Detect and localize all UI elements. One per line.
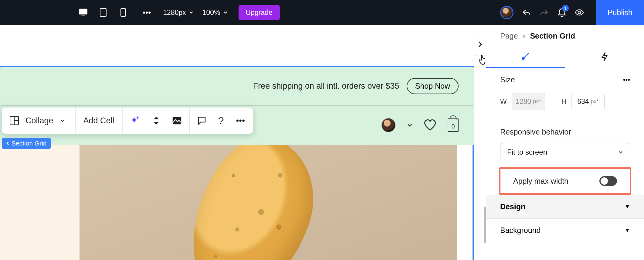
background-accordion-label: Background bbox=[500, 226, 541, 235]
responsive-section: Responsive behavior Fit to screen Apply … bbox=[486, 120, 644, 195]
lightning-icon bbox=[600, 52, 609, 62]
svg-point-4 bbox=[578, 11, 581, 14]
top-bar: ••• 1280px 100% Upgrade 1 Publish bbox=[0, 0, 644, 25]
member-avatar[interactable] bbox=[381, 118, 395, 132]
preview-button[interactable] bbox=[575, 8, 584, 17]
add-cell-button[interactable]: Add Cell bbox=[76, 108, 123, 134]
reorder-button[interactable] bbox=[152, 116, 160, 125]
layout-mode-dropdown[interactable]: Collage bbox=[2, 108, 76, 134]
chevron-down-icon bbox=[618, 150, 623, 155]
desktop-device-button[interactable] bbox=[79, 8, 87, 17]
mobile-device-button[interactable] bbox=[119, 8, 127, 17]
notification-badge: 1 bbox=[562, 5, 569, 12]
chevron-down-icon bbox=[223, 10, 228, 15]
design-accordion-label: Design bbox=[500, 202, 525, 211]
breadcrumb: Page Section Grid bbox=[486, 25, 644, 46]
svg-rect-0 bbox=[79, 9, 87, 14]
canvas[interactable]: Free shipping on all intl. orders over $… bbox=[0, 25, 486, 260]
section-breadcrumb-tag[interactable]: Section Grid bbox=[2, 138, 51, 149]
selection-toolbar: Collage Add Cell ? ••• bbox=[2, 108, 253, 134]
design-accordion[interactable]: Design ▼ bbox=[486, 195, 644, 218]
responsive-section-title: Responsive behavior bbox=[500, 128, 630, 136]
chevron-down-icon[interactable] bbox=[407, 122, 412, 128]
tab-design[interactable] bbox=[486, 46, 565, 68]
height-field: H 634 px* bbox=[561, 93, 605, 110]
size-more-button[interactable]: ••• bbox=[623, 76, 630, 84]
topbar-right: 1 Publish bbox=[500, 0, 644, 25]
inspector-tabs bbox=[486, 46, 644, 68]
width-input[interactable]: 1280 px* bbox=[512, 93, 545, 110]
viewport-width-value: 1280px bbox=[163, 9, 186, 17]
height-input[interactable]: 634 px* bbox=[571, 93, 605, 110]
upgrade-button[interactable]: Upgrade bbox=[239, 5, 280, 20]
comment-button[interactable] bbox=[198, 116, 206, 125]
wishlist-heart-icon[interactable] bbox=[424, 119, 436, 131]
cart-bag-button[interactable]: 0 bbox=[448, 118, 459, 132]
apply-max-width-row: Apply max width bbox=[499, 167, 631, 195]
background-button[interactable] bbox=[172, 117, 181, 125]
canvas-frame: Free shipping on all intl. orders over $… bbox=[0, 37, 474, 260]
triangle-down-icon: ▼ bbox=[625, 204, 630, 210]
redo-button[interactable] bbox=[540, 8, 549, 17]
promo-bar: Free shipping on all intl. orders over $… bbox=[0, 67, 474, 105]
width-unit: px* bbox=[533, 98, 541, 105]
more-devices-button[interactable]: ••• bbox=[143, 8, 151, 17]
notifications-button[interactable]: 1 bbox=[557, 8, 566, 17]
tablet-device-button[interactable] bbox=[99, 8, 107, 17]
apply-max-width-toggle[interactable] bbox=[599, 176, 617, 186]
chevron-right-icon bbox=[478, 41, 483, 48]
height-label: H bbox=[561, 98, 567, 106]
height-unit: px* bbox=[591, 98, 599, 105]
size-section: Size ••• W 1280 px* H 634 px* bbox=[486, 68, 644, 120]
chevron-left-icon bbox=[6, 141, 10, 145]
zoom-value: 100% bbox=[202, 9, 220, 17]
undo-button[interactable] bbox=[522, 8, 531, 17]
section-grid-content[interactable] bbox=[0, 145, 457, 260]
chevron-down-icon bbox=[189, 10, 193, 15]
breadcrumb-current: Section Grid bbox=[530, 32, 575, 40]
width-field: W 1280 px* bbox=[500, 93, 545, 110]
panel-collapse-handle[interactable] bbox=[474, 33, 486, 56]
grid-cell-image[interactable] bbox=[80, 145, 457, 260]
background-accordion[interactable]: Background ▼ bbox=[486, 218, 644, 242]
height-value: 634 bbox=[577, 98, 589, 106]
ai-sparkle-button[interactable] bbox=[130, 116, 140, 125]
svg-marker-9 bbox=[154, 122, 159, 125]
section-tag-label: Section Grid bbox=[12, 140, 47, 147]
publish-button[interactable]: Publish bbox=[596, 0, 644, 25]
responsive-select-value: Fit to screen bbox=[507, 148, 547, 156]
chevron-right-icon bbox=[522, 34, 526, 38]
svg-marker-11 bbox=[602, 53, 607, 61]
size-section-title: Size bbox=[500, 75, 515, 84]
pointer-cursor-icon bbox=[479, 53, 489, 68]
cart-count: 0 bbox=[451, 123, 455, 130]
zoom-dropdown[interactable]: 100% bbox=[202, 9, 228, 17]
product-image bbox=[174, 145, 332, 260]
responsive-behavior-select[interactable]: Fit to screen bbox=[500, 143, 630, 161]
help-button[interactable]: ? bbox=[218, 115, 224, 127]
inspector-panel: Page Section Grid Size ••• W 1280 px* H bbox=[486, 25, 644, 260]
breadcrumb-root[interactable]: Page bbox=[500, 32, 518, 40]
add-cell-label: Add Cell bbox=[83, 116, 114, 125]
svg-rect-2 bbox=[100, 9, 106, 16]
tab-interactions[interactable] bbox=[565, 46, 644, 68]
chevron-down-icon bbox=[60, 118, 65, 123]
svg-rect-3 bbox=[121, 9, 126, 16]
width-label: W bbox=[500, 98, 507, 106]
shop-now-button[interactable]: Shop Now bbox=[407, 78, 459, 94]
layout-mode-label: Collage bbox=[25, 116, 53, 125]
apply-max-width-label: Apply max width bbox=[513, 177, 568, 186]
collage-layout-icon bbox=[10, 116, 19, 125]
triangle-down-icon: ▼ bbox=[625, 227, 630, 234]
user-avatar[interactable] bbox=[500, 6, 514, 19]
viewport-width-dropdown[interactable]: 1280px bbox=[163, 9, 193, 17]
grid-cell-left[interactable] bbox=[0, 145, 80, 260]
promo-text: Free shipping on all intl. orders over $… bbox=[253, 81, 399, 91]
device-switcher: ••• bbox=[79, 8, 151, 17]
svg-marker-8 bbox=[154, 117, 159, 119]
more-actions-button[interactable]: ••• bbox=[236, 116, 245, 125]
brush-icon bbox=[521, 52, 530, 62]
width-value: 1280 bbox=[516, 98, 531, 106]
